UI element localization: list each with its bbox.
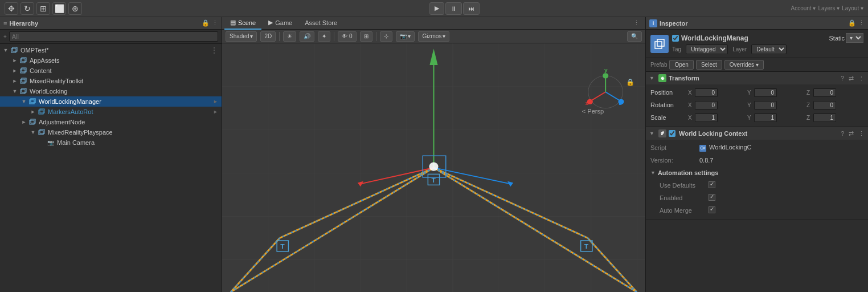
hierarchy-more-icon[interactable]: ⋮ (212, 19, 218, 27)
tree-item-content[interactable]: Content (0, 66, 222, 76)
automation-title: Automation settings (658, 169, 718, 176)
lights-button[interactable]: ☀ (283, 31, 296, 42)
grid-button[interactable]: ⊞ (360, 31, 372, 42)
transform-icon: ⊕ (658, 74, 666, 82)
scale-x-input[interactable] (695, 113, 718, 122)
scale-label: Scale (650, 114, 685, 121)
2d-button[interactable]: 2D (260, 31, 276, 42)
hierarchy-lock-icon[interactable]: 🔒 (202, 19, 210, 27)
rot-z-input[interactable] (813, 101, 836, 110)
rot-x-input[interactable] (695, 101, 718, 110)
rotation-label: Rotation (650, 102, 685, 108)
pos-z-input[interactable] (813, 88, 836, 97)
tree-item-mrplayspace[interactable]: MixedRealityPlayspace (0, 127, 222, 137)
static-area: Static ▾ (829, 33, 863, 43)
svg-rect-2 (21, 59, 25, 63)
prefab-bar: Prefab Open Select Overrides ▾ (646, 58, 868, 72)
hierarchy-header-icons: 🔒 ⋮ (202, 19, 218, 27)
toolbar-sep-2 (334, 32, 334, 41)
scene-viewport[interactable]: T T T (222, 43, 645, 292)
enabled-label: Enabled (660, 194, 705, 201)
layer-dropdown[interactable]: Default (751, 44, 787, 54)
search-scene-button[interactable]: 🔍 (627, 31, 642, 42)
rot-y-input[interactable] (754, 101, 777, 110)
tree-item-markersautorot[interactable]: MarkersAutoRot ► (0, 107, 222, 117)
main-area: ≡ Hierarchy 🔒 ⋮ + (0, 17, 868, 292)
svg-rect-17 (40, 129, 44, 133)
tree-arrow-mrt (11, 78, 18, 84)
audio-button[interactable]: 🔊 (300, 31, 314, 42)
transform-header[interactable]: ▼ ⊕ Transform ? ⇄ ⋮ (646, 72, 868, 84)
appassets-label: AppAssets (30, 57, 60, 64)
pause-button[interactable]: ⏸ (445, 2, 462, 15)
transform-collapse-arrow: ▼ (649, 75, 656, 81)
rotate-tool-button[interactable]: ↻ (21, 2, 34, 15)
rotation-row: Rotation X Y Z (650, 99, 863, 111)
pos-y-input[interactable] (754, 88, 777, 97)
tree-item-mrt[interactable]: MixedRealityToolkit (0, 76, 222, 86)
move-tool-button[interactable]: ✥ (5, 2, 18, 15)
layer-label: Layer (732, 46, 747, 52)
gizmos-button[interactable]: Gizmos ▾ (418, 31, 449, 42)
transform-settings-icon[interactable]: ⇄ (849, 75, 854, 82)
tree-arrow-appassets (11, 57, 18, 64)
effects-button[interactable]: ✦ (318, 31, 330, 42)
tree-item-maincamera[interactable]: 📷 Main Camera (0, 137, 222, 148)
omptest-dots[interactable]: ⋮ (210, 46, 222, 55)
prefab-open-btn[interactable]: Open (669, 60, 693, 70)
automation-header[interactable]: ▼ Automation settings (650, 167, 863, 179)
tree-item-worldlocking[interactable]: WorldLocking (0, 86, 222, 96)
tree-item-adjustmentnode[interactable]: AdjustmentNode (0, 117, 222, 127)
step-button[interactable]: ⏭ (463, 2, 480, 15)
maincamera-label: Main Camera (57, 139, 95, 146)
wlc-settings-icon[interactable]: ⇄ (849, 130, 854, 137)
svg-rect-9 (22, 88, 26, 92)
object-active-checkbox[interactable] (672, 35, 679, 42)
prefab-overrides-btn[interactable]: Overrides ▾ (724, 60, 764, 70)
hierarchy-search-input[interactable] (9, 31, 218, 42)
rot-y-field: Y (747, 101, 804, 110)
inspector-more-icon[interactable]: ⋮ (858, 19, 865, 27)
inspector-lock-icon[interactable]: 🔒 (848, 19, 856, 27)
wlc-more-icon[interactable]: ⋮ (858, 130, 865, 137)
scale-tool-button[interactable]: ⊞ (36, 2, 50, 15)
assetstore-tab[interactable]: Asset Store (299, 17, 343, 30)
game-tab[interactable]: ▶ Game (263, 17, 298, 30)
rect-tool-button[interactable]: ⬜ (52, 2, 66, 15)
transform-more-icon[interactable]: ⋮ (858, 75, 865, 82)
wlc-enabled-checkbox[interactable] (669, 130, 675, 137)
add-icon[interactable]: + (3, 34, 7, 40)
inspector-icon: i (649, 19, 657, 27)
svg-point-61 (603, 73, 608, 78)
scale-y-input[interactable] (754, 113, 777, 122)
tree-item-wlmanager[interactable]: WorldLockingManager ► (0, 96, 222, 107)
wlc-help-icon[interactable]: ? (841, 131, 844, 137)
prefab-select-btn[interactable]: Select (696, 60, 722, 70)
svg-rect-0 (11, 48, 16, 52)
svg-rect-72 (657, 39, 664, 46)
snap-button[interactable]: ⊹ (380, 31, 392, 42)
transform-help-icon[interactable]: ? (841, 75, 844, 82)
play-button[interactable]: ▶ (429, 2, 444, 15)
camera-button[interactable]: 📷 ▾ (396, 31, 415, 42)
transform-tool-button[interactable]: ⊕ (68, 2, 82, 15)
enabled-row: Enabled (650, 192, 863, 204)
scene-tab-label: Scene (238, 19, 256, 26)
use-defaults-label: Use Defaults (660, 182, 705, 189)
visibility-button[interactable]: 👁 0 (338, 31, 356, 42)
scale-z-input[interactable] (813, 113, 836, 122)
content-icon (19, 67, 27, 75)
pos-x-input[interactable] (695, 88, 718, 97)
tree-arrow-wlmanager (21, 98, 27, 105)
scene-more-icon[interactable]: ⋮ (633, 19, 640, 27)
static-dropdown[interactable]: ▾ (846, 33, 863, 43)
tree-item-omptest[interactable]: OMPTest* ⋮ (0, 45, 222, 55)
tree-arrow-markersautorot (30, 108, 36, 115)
tag-layer-row: Tag Untagged Layer Default (672, 44, 863, 54)
scene-tab[interactable]: ▤ Scene (224, 17, 261, 30)
shading-button[interactable]: Shaded ▾ (226, 31, 257, 42)
wlc-header[interactable]: ▼ # World Locking Context ? ⇄ ⋮ (646, 127, 868, 140)
auto-merge-label: Auto Merge (660, 207, 705, 214)
tag-dropdown[interactable]: Untagged (686, 44, 728, 54)
tree-item-appassets[interactable]: AppAssets (0, 55, 222, 66)
